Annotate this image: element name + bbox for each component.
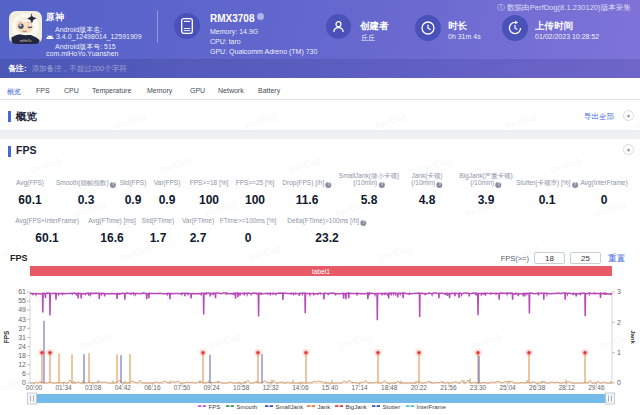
svg-text:37: 37 — [18, 325, 26, 332]
svg-text:InterFrame: InterFrame — [417, 404, 447, 410]
svg-text:55: 55 — [18, 297, 26, 304]
svg-text:SmallJank: SmallJank — [276, 404, 305, 410]
svg-text:3: 3 — [617, 288, 621, 295]
svg-text:Jank: Jank — [318, 404, 332, 410]
svg-text:2: 2 — [617, 319, 621, 326]
svg-text:Stutter: Stutter — [383, 404, 401, 410]
svg-text:31: 31 — [18, 334, 26, 341]
svg-text:43: 43 — [18, 316, 26, 323]
svg-text:61: 61 — [18, 288, 26, 295]
svg-text:49: 49 — [18, 306, 26, 313]
svg-text:24: 24 — [18, 343, 26, 350]
svg-text:12: 12 — [18, 361, 26, 368]
svg-text:1: 1 — [617, 349, 621, 356]
svg-text:0: 0 — [617, 379, 621, 386]
svg-text:Smooth: Smooth — [237, 404, 258, 410]
svg-text:FPS: FPS — [209, 404, 221, 410]
svg-text:miHoYo: miHoYo — [20, 39, 32, 43]
svg-text:BigJank: BigJank — [346, 404, 368, 410]
svg-text:FPS: FPS — [3, 330, 10, 343]
svg-text:label1: label1 — [312, 268, 330, 275]
svg-text:18: 18 — [18, 352, 26, 359]
